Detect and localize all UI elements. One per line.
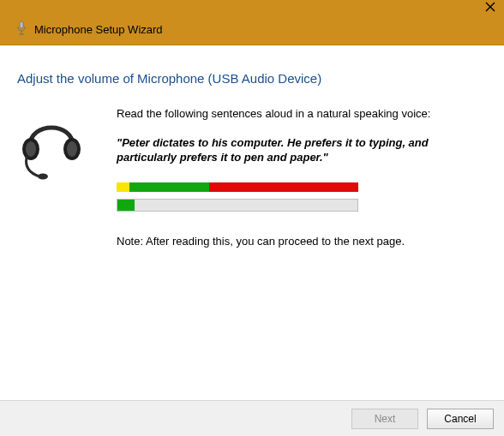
volume-level-fill [117, 200, 135, 211]
wizard-footer: Next Cancel [0, 400, 504, 436]
svg-point-8 [67, 141, 77, 157]
note-text: Note: After reading this, you can procee… [117, 234, 487, 249]
svg-point-9 [38, 174, 48, 180]
level-range-yellow [117, 182, 129, 192]
microphone-setup-wizard: Microphone Setup Wizard Adjust the volum… [0, 0, 504, 436]
level-range-meter [117, 182, 358, 192]
sample-sentence: "Peter dictates to his computer. He pref… [117, 135, 487, 165]
close-button[interactable] [482, 2, 499, 15]
microphone-icon [15, 21, 27, 39]
page-heading: Adjust the volume of Microphone (USB Aud… [17, 71, 487, 86]
svg-point-6 [26, 141, 36, 157]
level-range-green [129, 182, 209, 192]
level-range-red [209, 182, 358, 192]
headset-illustration [17, 106, 99, 188]
instruction-column: Read the following sentences aloud in a … [117, 106, 487, 248]
headset-icon [17, 110, 86, 185]
volume-level-meter [117, 199, 358, 212]
svg-rect-2 [20, 21, 23, 28]
window-title: Microphone Setup Wizard [34, 23, 163, 36]
instruction-text: Read the following sentences aloud in a … [117, 106, 487, 122]
titlebar: Microphone Setup Wizard [0, 0, 504, 45]
close-icon [485, 2, 495, 12]
wizard-body: Adjust the volume of Microphone (USB Aud… [0, 45, 504, 400]
cancel-button[interactable]: Cancel [427, 409, 494, 429]
next-button[interactable]: Next [351, 409, 418, 429]
